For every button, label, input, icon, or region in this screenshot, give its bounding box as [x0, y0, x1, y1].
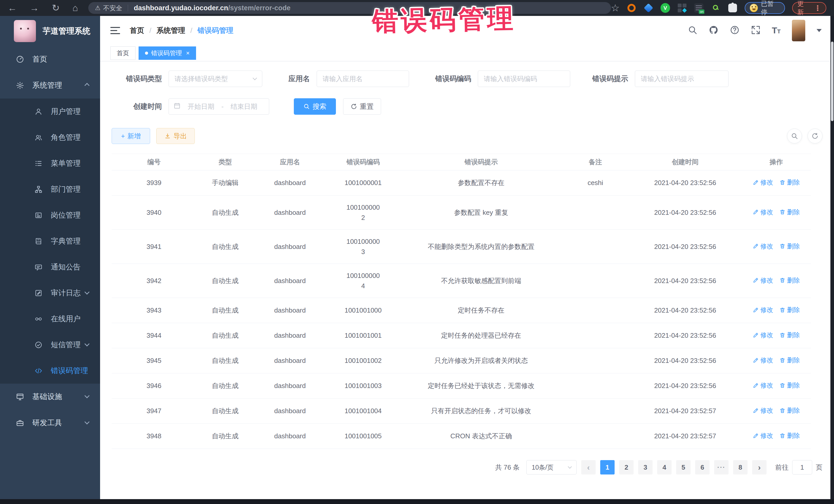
edit-link[interactable]: 修改 — [753, 207, 773, 217]
delete-link[interactable]: 删除 — [780, 355, 800, 365]
page-size-select[interactable]: 10条/页 — [526, 460, 577, 475]
delete-link[interactable]: 删除 — [780, 177, 800, 187]
sidebar-item-dept-management[interactable]: 部门管理 — [0, 176, 100, 202]
cell-memo — [562, 357, 629, 365]
home-icon[interactable]: ⌂ — [72, 3, 78, 13]
close-tab-icon[interactable]: × — [186, 49, 190, 57]
warning-icon: ⚠ — [95, 4, 101, 12]
date-range-picker[interactable]: 开始日期 - 结束日期 — [169, 98, 269, 115]
extension-grid-icon[interactable] — [677, 3, 687, 13]
tab-home[interactable]: 首页 — [110, 46, 135, 60]
sidebar-item-home[interactable]: 首页 — [0, 46, 100, 72]
reload-icon[interactable]: ↻ — [52, 3, 60, 13]
range-separator: - — [221, 103, 224, 111]
search-button[interactable]: 搜索 — [294, 98, 336, 115]
page-button[interactable]: 2 — [619, 460, 634, 475]
delete-link[interactable]: 删除 — [780, 431, 800, 441]
edit-link[interactable]: 修改 — [753, 275, 773, 285]
address-bar[interactable]: ⚠ 不安全 dashboard.yudao.iocoder.cn /system… — [88, 2, 611, 14]
app-logo[interactable]: 芋道管理系统 — [0, 16, 100, 46]
breadcrumb-system[interactable]: 系统管理 — [156, 26, 185, 36]
page-button[interactable]: 5 — [676, 460, 690, 475]
app-name-input[interactable] — [317, 70, 409, 87]
scrollbar-thumb[interactable] — [831, 42, 833, 121]
extension-gem-icon[interactable] — [643, 3, 653, 13]
add-button[interactable]: + 新增 — [112, 128, 150, 144]
search-icon[interactable] — [688, 25, 698, 36]
delete-link[interactable]: 删除 — [780, 241, 800, 251]
sidebar-item-menu-management[interactable]: 菜单管理 — [0, 150, 100, 176]
sidebar-item-dev-tools[interactable]: 研发工具 — [0, 410, 100, 436]
delete-link[interactable]: 删除 — [780, 330, 800, 340]
error-code-input[interactable] — [478, 70, 570, 87]
extension-key-icon[interactable] — [711, 3, 721, 13]
sidebar-item-audit-log[interactable]: 审计日志 — [0, 280, 100, 306]
cell-actions: 修改删除 — [742, 238, 811, 256]
prev-page-button[interactable]: ‹ — [581, 460, 596, 475]
infra-icon — [16, 393, 24, 401]
delete-link[interactable]: 删除 — [780, 406, 800, 415]
sidebar-item-dict-management[interactable]: 字典管理 — [0, 228, 100, 254]
delete-link[interactable]: 删除 — [780, 207, 800, 217]
extension-puzzle-icon[interactable] — [728, 3, 738, 13]
sidebar-item-post-management[interactable]: 岗位管理 — [0, 202, 100, 228]
page-button[interactable]: 8 — [733, 460, 748, 475]
show-search-icon[interactable] — [787, 129, 802, 144]
page-button[interactable]: 6 — [695, 460, 709, 475]
error-type-select[interactable]: 请选择错误码类型 — [169, 70, 262, 87]
extension-ring-icon[interactable] — [627, 3, 637, 13]
edit-link[interactable]: 修改 — [753, 177, 773, 187]
table-row: 3939手动编辑dashboard1001000001参数配置不存在ceshi2… — [112, 170, 811, 196]
next-page-button[interactable]: › — [752, 460, 767, 475]
browser-profile[interactable]: 已暂停 — [745, 2, 785, 14]
goto-page-input[interactable] — [792, 460, 812, 475]
edit-link[interactable]: 修改 — [753, 305, 773, 315]
cell-type: 手动编辑 — [196, 174, 254, 192]
export-button[interactable]: 导出 — [156, 128, 195, 144]
page-button[interactable]: 4 — [657, 460, 672, 475]
edit-link[interactable]: 修改 — [753, 380, 773, 390]
error-hint-input[interactable] — [635, 70, 728, 87]
help-icon[interactable] — [730, 25, 740, 36]
extension-v-icon[interactable]: V — [660, 3, 670, 13]
cell-id: 3944 — [112, 327, 196, 344]
user-avatar[interactable] — [792, 20, 805, 41]
sidebar-item-sms-management[interactable]: 短信管理 — [0, 332, 100, 358]
browser-menu-icon[interactable]: ⋮ — [814, 4, 821, 12]
extension-on-icon[interactable]: on — [694, 3, 704, 13]
browser-update-button[interactable]: 更新 ⋮ — [792, 2, 826, 14]
sidebar-item-error-code[interactable]: 错误码管理 — [0, 358, 100, 384]
page-button[interactable]: 1 — [600, 460, 615, 475]
sidebar-item-role-management[interactable]: 角色管理 — [0, 125, 100, 150]
sidebar-item-notice[interactable]: 通知公告 — [0, 254, 100, 280]
edit-link[interactable]: 修改 — [753, 330, 773, 340]
sidebar-item-system-management[interactable]: 系统管理 — [0, 72, 100, 98]
edit-link[interactable]: 修改 — [753, 406, 773, 415]
sidebar-item-user-management[interactable]: 用户管理 — [0, 98, 100, 125]
github-icon[interactable] — [709, 25, 719, 36]
chevron-down-icon[interactable] — [816, 29, 822, 32]
delete-link[interactable]: 删除 — [780, 275, 800, 285]
breadcrumb-home[interactable]: 首页 — [130, 26, 144, 36]
delete-link[interactable]: 删除 — [780, 380, 800, 390]
bookmark-star-icon[interactable]: ☆ — [611, 2, 620, 14]
chevron-down-icon — [84, 419, 90, 424]
font-size-icon[interactable]: TT — [772, 25, 781, 36]
page-button[interactable]: 3 — [638, 460, 653, 475]
edit-link[interactable]: 修改 — [753, 355, 773, 365]
fullscreen-icon[interactable] — [751, 25, 761, 36]
sidebar-item-online-user[interactable]: 在线用户 — [0, 306, 100, 332]
edit-link[interactable]: 修改 — [753, 431, 773, 441]
delete-link[interactable]: 删除 — [780, 305, 800, 315]
edit-link[interactable]: 修改 — [753, 241, 773, 251]
reset-button[interactable]: 重置 — [343, 98, 381, 115]
forward-icon[interactable]: → — [30, 3, 39, 13]
collapse-menu-icon[interactable] — [110, 25, 120, 36]
page-button[interactable]: ··· — [714, 460, 728, 475]
sidebar-item-infrastructure[interactable]: 基础设施 — [0, 384, 100, 410]
back-icon[interactable]: ← — [8, 3, 17, 13]
refresh-icon[interactable] — [808, 129, 822, 144]
cell-code: 1001000004 — [326, 267, 400, 295]
tab-error-code[interactable]: 错误码管理 × — [138, 46, 196, 60]
chevron-down-icon — [84, 393, 90, 398]
